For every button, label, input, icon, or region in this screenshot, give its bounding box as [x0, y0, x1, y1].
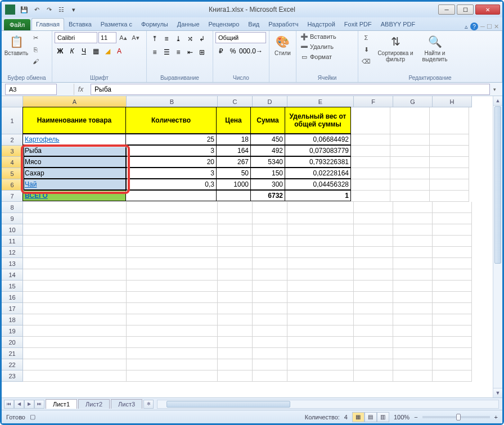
cell[interactable]	[253, 303, 287, 314]
zoom-thumb[interactable]	[456, 414, 461, 421]
cell[interactable]	[430, 157, 469, 168]
ribbon-tab-10[interactable]: ABBYY PDF	[376, 18, 420, 30]
align-top-icon[interactable]: ⤒	[149, 33, 160, 44]
expand-formula-bar-icon[interactable]: ▾	[493, 87, 502, 92]
cell[interactable]	[393, 224, 433, 236]
cell[interactable]	[390, 179, 430, 191]
cell[interactable]	[253, 258, 287, 269]
cell[interactable]	[393, 348, 433, 359]
cell[interactable]: 50	[216, 168, 251, 179]
row-header-11[interactable]: 11	[2, 236, 23, 247]
cell[interactable]	[390, 168, 430, 179]
orientation-icon[interactable]: ⤭	[184, 33, 196, 44]
ribbon-tab-8[interactable]: Надстрой	[303, 18, 339, 30]
page-break-view-button[interactable]: ▥	[377, 412, 389, 422]
scroll-down-icon[interactable]: ▼	[493, 388, 502, 397]
hscroll-thumb[interactable]	[166, 401, 290, 408]
cell[interactable]	[23, 325, 127, 337]
cell[interactable]	[218, 224, 253, 236]
normal-view-button[interactable]: ▦	[352, 412, 364, 422]
cell[interactable]: 0,793226381	[285, 156, 351, 168]
cell[interactable]	[287, 213, 354, 224]
cell[interactable]	[218, 337, 253, 348]
row-header-12[interactable]: 12	[2, 247, 23, 258]
align-middle-icon[interactable]: ≡	[161, 33, 172, 44]
cell[interactable]	[127, 224, 218, 236]
sheet-tab-0[interactable]: Лист1	[46, 399, 77, 409]
cell[interactable]	[253, 314, 287, 325]
cell[interactable]	[23, 224, 127, 236]
cell[interactable]	[393, 202, 433, 213]
cell[interactable]	[433, 292, 472, 303]
cell[interactable]	[127, 213, 218, 224]
cell[interactable]	[351, 157, 390, 168]
cell[interactable]: 300	[250, 179, 285, 190]
cell[interactable]	[430, 134, 469, 146]
cell[interactable]	[433, 337, 472, 348]
col-header-H[interactable]: H	[433, 96, 472, 107]
row-header-20[interactable]: 20	[2, 337, 23, 348]
cell[interactable]	[433, 359, 472, 370]
cell[interactable]: 0,073083779	[285, 145, 351, 156]
cell[interactable]	[351, 134, 390, 146]
row-header-10[interactable]: 10	[2, 224, 23, 236]
select-all-corner[interactable]	[2, 96, 23, 107]
merge-icon[interactable]: ⊞	[196, 47, 208, 58]
cell[interactable]	[23, 213, 127, 224]
cell[interactable]	[430, 191, 469, 202]
cell[interactable]	[127, 314, 218, 325]
ribbon-tab-5[interactable]: Рецензиро	[204, 18, 244, 30]
cell[interactable]: 1000	[216, 179, 251, 190]
cell[interactable]	[218, 202, 253, 213]
cell[interactable]	[253, 325, 287, 337]
number-format-select[interactable]: Общий	[215, 32, 266, 43]
sheet-tab-2[interactable]: Лист3	[111, 399, 142, 409]
cell[interactable]	[433, 247, 472, 258]
sheet-nav-prev-icon[interactable]: ◀	[14, 400, 24, 409]
sheet-nav-first-icon[interactable]: ⏮	[4, 400, 14, 409]
file-tab[interactable]: Файл	[4, 19, 30, 30]
cell[interactable]: ВСЕГО	[22, 190, 126, 201]
cell[interactable]	[218, 325, 253, 337]
align-left-icon[interactable]: ≡	[149, 47, 160, 58]
cell[interactable]	[430, 146, 469, 157]
font-color-icon[interactable]: A	[114, 46, 125, 57]
percent-icon[interactable]: %	[227, 46, 238, 57]
minimize-button[interactable]: ─	[438, 4, 455, 15]
row-header-23[interactable]: 23	[2, 370, 23, 382]
cell[interactable]	[23, 281, 127, 292]
formula-input[interactable]: Рыба	[91, 84, 490, 95]
row-header-6[interactable]: 6	[2, 179, 23, 191]
cell[interactable]	[287, 359, 354, 370]
cell[interactable]	[433, 258, 472, 269]
cell[interactable]	[354, 202, 393, 213]
cell[interactable]	[253, 247, 287, 258]
cell[interactable]	[287, 348, 354, 359]
cell[interactable]: Чай	[22, 179, 126, 190]
zoom-in-button[interactable]: +	[494, 414, 498, 421]
sheet-nav-last-icon[interactable]: ⏭	[34, 400, 44, 409]
cell[interactable]	[433, 236, 472, 247]
autosum-icon[interactable]: Σ	[361, 32, 372, 43]
cell[interactable]: 1	[285, 190, 351, 201]
ribbon-tab-1[interactable]: Вставка	[64, 18, 96, 30]
name-box[interactable]: A3	[5, 84, 57, 95]
col-header-D[interactable]: D	[253, 96, 287, 107]
cell[interactable]	[23, 269, 127, 281]
cell[interactable]	[433, 213, 472, 224]
cell[interactable]: 0,04456328	[285, 179, 351, 190]
cell[interactable]: Сахар	[22, 168, 126, 179]
format-cells-button[interactable]: ▭Формат	[299, 52, 334, 61]
cell[interactable]	[287, 314, 354, 325]
cell[interactable]	[218, 258, 253, 269]
cell[interactable]	[23, 348, 127, 359]
cell[interactable]: Наименование товара	[22, 107, 126, 134]
cell[interactable]	[218, 303, 253, 314]
cell[interactable]	[393, 269, 433, 281]
cell[interactable]	[23, 359, 127, 370]
cell[interactable]	[351, 168, 390, 179]
cell[interactable]	[393, 314, 433, 325]
cell[interactable]	[253, 370, 287, 382]
row-header-22[interactable]: 22	[2, 359, 23, 370]
cell[interactable]	[287, 202, 354, 213]
